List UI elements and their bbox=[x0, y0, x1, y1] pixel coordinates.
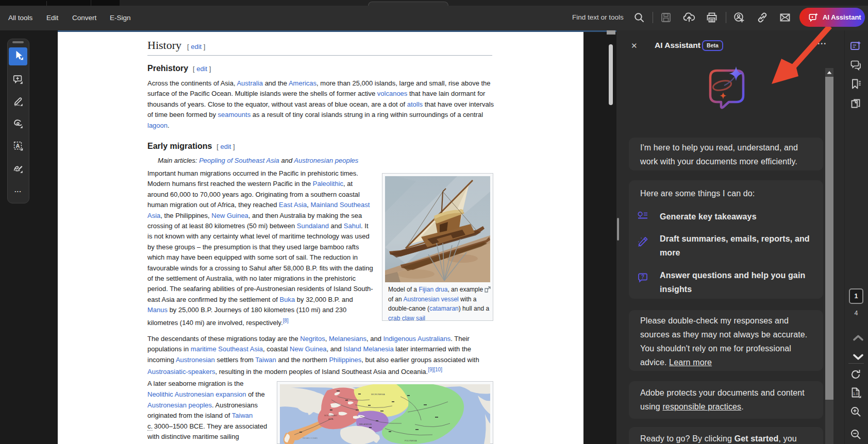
svg-text:MELANESIA: MELANESIA bbox=[359, 423, 372, 425]
svg-text:1.0: 1.0 bbox=[853, 392, 858, 396]
svg-text:SOUTHEAST: SOUTHEAST bbox=[324, 414, 338, 417]
svg-text:POLYNESIA: POLYNESIA bbox=[405, 439, 417, 442]
svg-text:ASIA: ASIA bbox=[328, 418, 333, 420]
svg-text:MICRONESIA: MICRONESIA bbox=[371, 393, 385, 396]
svg-text:?: ? bbox=[641, 274, 644, 280]
svg-text:A: A bbox=[16, 143, 20, 149]
svg-text:INDIAN OCEAN: INDIAN OCEAN bbox=[303, 437, 318, 439]
